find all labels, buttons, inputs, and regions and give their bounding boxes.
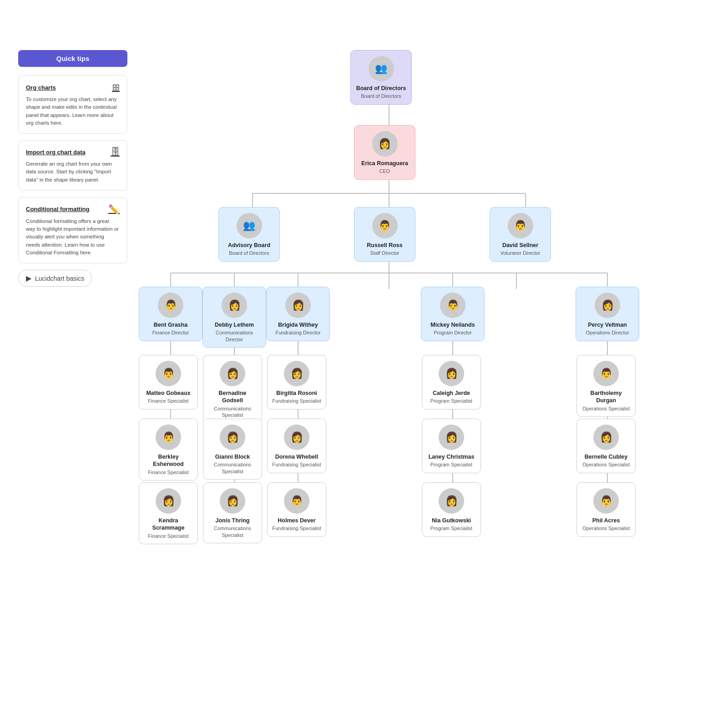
laney-role: Program Specialist: [430, 461, 472, 468]
gianni-role: Communications Specialist: [208, 461, 257, 475]
kendra-role: Finance Specialist: [148, 533, 188, 539]
node-gianni[interactable]: 👩 Gianni Block Communications Specialist: [203, 419, 262, 480]
avatar-russell: 👨: [372, 213, 398, 238]
board-role: Board of Directors: [361, 93, 401, 99]
node-phil[interactable]: 👨 Phil Acres Operations Specialist: [576, 482, 636, 537]
avatar-bernelle: 👩: [593, 425, 619, 450]
avatar-david: 👨: [508, 213, 533, 238]
tip-card-conditional: Conditional formatting ✏️ Conditional fo…: [18, 197, 127, 263]
avatar-nia: 👩: [439, 488, 464, 514]
david-name: David Sellner: [502, 242, 538, 249]
node-birgitta[interactable]: 👩 Birgitta Rosoni Fundraising Specialist: [267, 355, 326, 410]
advisory-role: Board of Directors: [229, 250, 269, 256]
mickey-name: Mickey Neilands: [430, 321, 475, 329]
quick-tips-button[interactable]: Quick tips: [18, 50, 127, 67]
node-jonis[interactable]: 👩 Jonis Thring Communications Specialist: [203, 482, 262, 543]
tip-conditional-title[interactable]: Conditional formatting: [26, 206, 89, 212]
birgitta-role: Fundraising Specialist: [272, 398, 321, 404]
avatar-holmes: 👨: [284, 488, 309, 514]
avatar-bartholemy: 👨: [593, 361, 619, 386]
avatar-ceo: 👩: [372, 131, 398, 157]
lucidchart-icon: ▶: [26, 274, 31, 283]
matteo-name: Matteo Gobeaux: [146, 389, 190, 397]
debby-role: Communications Director: [207, 329, 261, 343]
node-board[interactable]: 👥 Board of Directors Board of Directors: [350, 50, 412, 105]
tip-conditional-body: Conditional formatting offers a great wa…: [26, 217, 120, 257]
node-holmes[interactable]: 👨 Holmes Dever Fundraising Specialist: [267, 482, 326, 537]
node-debby[interactable]: 👩 Debby Lethem Communications Director: [202, 287, 266, 348]
node-bernelle[interactable]: 👩 Bernelle Cubley Operations Specialist: [576, 419, 636, 473]
holmes-name: Holmes Dever: [278, 517, 315, 524]
laney-name: Laney Christmas: [429, 453, 475, 460]
node-matteo[interactable]: 👨 Matteo Gobeaux Finance Specialist: [139, 355, 198, 410]
avatar-birgitta: 👩: [284, 361, 309, 386]
jonis-role: Communications Specialist: [208, 525, 257, 538]
node-berkley[interactable]: 👨 Berkley Esherwood Finance Specialist: [139, 419, 198, 480]
advisory-name: Advisory Board: [228, 242, 270, 249]
node-david[interactable]: 👨 David Sellner Volunteer Director: [490, 207, 551, 262]
orgcharts-icon: ⊞: [112, 82, 120, 93]
berkley-role: Finance Specialist: [148, 469, 188, 475]
avatar-percy: 👩: [595, 293, 620, 318]
tip-import-body: Generate an org chart from your own data…: [26, 160, 120, 184]
ceo-role: CEO: [379, 168, 390, 174]
node-caleigh[interactable]: 👩 Caleigh Jerde Program Specialist: [422, 355, 481, 410]
jonis-name: Jonis Thring: [216, 517, 250, 524]
avatar-bent: 👨: [158, 293, 183, 318]
conditional-icon: ✏️: [108, 204, 120, 215]
node-mickey[interactable]: 👨 Mickey Neilands Program Director: [421, 287, 485, 341]
node-bent[interactable]: 👨 Bent Grasha Finance Director: [139, 287, 202, 341]
node-dorena[interactable]: 👩 Dorena Whebell Fundraising Specialist: [267, 419, 326, 473]
bernadine-name: Bernadine Godsell: [208, 389, 257, 404]
node-kendra[interactable]: 👩 Kendra Scrammage Finance Specialist: [139, 482, 198, 544]
bartholemy-role: Operations Specialist: [582, 405, 630, 412]
bernadine-role: Communications Specialist: [208, 405, 257, 419]
lucidchart-basics-button[interactable]: ▶ Lucidchart basics: [18, 270, 92, 287]
node-bartholemy[interactable]: 👨 Bartholemy Durgan Operations Specialis…: [576, 355, 636, 417]
russell-role: Staff Director: [370, 250, 399, 256]
lucidchart-label: Lucidchart basics: [35, 275, 84, 282]
avatar-brigida: 👩: [285, 293, 311, 318]
bent-name: Bent Grasha: [154, 321, 187, 329]
tip-orgcharts-body: To customize your org chart, select any …: [26, 96, 120, 127]
sidebar: Quick tips Org charts ⊞ To customize you…: [18, 50, 127, 287]
phil-name: Phil Acres: [592, 517, 620, 524]
tip-card-orgcharts: Org charts ⊞ To customize your org chart…: [18, 75, 127, 134]
percy-role: Operations Director: [586, 329, 629, 336]
debby-name: Debby Lethem: [215, 321, 254, 329]
bernelle-name: Bernelle Cubley: [585, 453, 627, 460]
percy-name: Percy Veltman: [588, 321, 627, 329]
node-percy[interactable]: 👩 Percy Veltman Operations Director: [576, 287, 639, 341]
avatar-advisory: 👥: [237, 213, 262, 238]
node-ceo[interactable]: 👩 Erica Romaguera CEO: [354, 125, 415, 180]
bent-role: Finance Director: [152, 329, 189, 336]
node-russell[interactable]: 👨 Russell Ross Staff Director: [354, 207, 415, 262]
avatar-phil: 👨: [593, 488, 619, 514]
avatar-mickey: 👨: [440, 293, 465, 318]
dorena-role: Fundraising Specialist: [272, 461, 321, 468]
avatar-board: 👥: [369, 56, 394, 81]
board-name: Board of Directors: [356, 85, 406, 92]
avatar-gianni: 👩: [220, 425, 245, 450]
dorena-name: Dorena Whebell: [275, 453, 318, 460]
avatar-kendra: 👩: [156, 488, 181, 514]
holmes-role: Fundraising Specialist: [272, 525, 321, 531]
tip-orgcharts-title[interactable]: Org charts: [26, 84, 56, 91]
mickey-role: Program Director: [434, 329, 472, 336]
avatar-caleigh: 👩: [439, 361, 464, 386]
node-nia[interactable]: 👩 Nia Gutkowski Program Specialist: [422, 482, 481, 537]
import-icon: 🗄: [111, 147, 120, 157]
node-laney[interactable]: 👩 Laney Christmas Program Specialist: [422, 419, 481, 473]
brigida-name: Brigida Withey: [278, 321, 318, 329]
tip-card-import: Import org chart data 🗄 Generate an org …: [18, 140, 127, 191]
gianni-name: Gianni Block: [215, 453, 250, 460]
node-brigida[interactable]: 👩 Brigida Withey Fundraising Director: [266, 287, 330, 341]
avatar-bernadine: 👩: [220, 361, 245, 386]
node-advisory[interactable]: 👥 Advisory Board Board of Directors: [218, 207, 280, 262]
ceo-name: Erica Romaguera: [361, 160, 408, 167]
tip-import-title[interactable]: Import org chart data: [26, 149, 86, 156]
phil-role: Operations Specialist: [582, 525, 630, 531]
node-bernadine[interactable]: 👩 Bernadine Godsell Communications Speci…: [203, 355, 262, 423]
bartholemy-name: Bartholemy Durgan: [581, 389, 631, 404]
avatar-jonis: 👩: [220, 488, 245, 514]
